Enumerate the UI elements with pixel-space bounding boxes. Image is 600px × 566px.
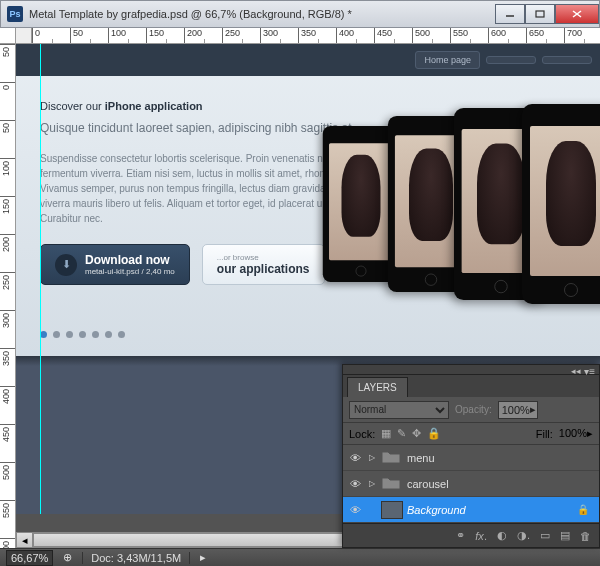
visibility-icon[interactable]: 👁 [347,504,363,516]
layer-options-row: Normal Opacity: 100%▸ [343,397,599,423]
zoom-level[interactable]: 66,67% [6,550,53,566]
layer-row[interactable]: 👁 ▷ carousel [343,471,599,497]
opacity-label: Opacity: [455,404,492,415]
layer-list[interactable]: 👁 ▷ menu 👁 ▷ carousel 👁 Background 🔒 [343,445,599,523]
layer-style-icon[interactable]: fx. [475,530,487,542]
layer-name[interactable]: Background [407,504,573,516]
nav-button [542,56,592,64]
lock-transparent-icon[interactable]: ▦ [381,427,391,440]
dot [79,331,86,338]
design-navbar: Home page [16,44,600,76]
fill-input[interactable]: 100%▸ [559,427,593,440]
lock-brush-icon[interactable]: ✎ [397,427,406,440]
download-label: Download now [85,253,175,267]
download-icon: ⬇ [55,254,77,276]
browse-label: our applications [217,262,310,276]
collapse-icon[interactable]: ◂◂ [571,366,581,376]
layer-name[interactable]: menu [407,452,595,464]
phone-mockup [522,104,600,304]
layer-mask-icon[interactable]: ◐ [497,529,507,542]
maximize-button[interactable] [525,4,555,24]
layers-panel[interactable]: ◂◂▾≡ LAYERS Normal Opacity: 100%▸ Lock: … [342,364,600,548]
delete-layer-icon[interactable]: 🗑 [580,530,591,542]
visibility-icon[interactable]: 👁 [347,452,363,464]
nav-button [486,56,536,64]
dot [105,331,112,338]
dot [66,331,73,338]
opacity-input[interactable]: 100%▸ [498,401,538,419]
vertical-ruler[interactable]: 50050100150200250300350400450500550600 [0,44,16,548]
panel-tabs: LAYERS [343,375,599,397]
lock-all-icon[interactable]: 🔒 [427,427,441,440]
dot [53,331,60,338]
panel-menu-icon[interactable]: ▾≡ [584,366,595,377]
new-layer-icon[interactable]: ▤ [560,529,570,542]
panel-grip[interactable]: ◂◂▾≡ [343,365,599,375]
svg-rect-1 [536,11,544,17]
adjustment-layer-icon[interactable]: ◑. [517,529,530,542]
browse-meta: ...or browse [217,253,310,262]
carousel-dots [40,331,125,338]
lock-icon: 🔒 [577,504,589,515]
hero-section: Home page Discover our iPhone applicatio… [16,44,600,356]
lock-label: Lock: [349,428,375,440]
folder-icon [381,475,403,493]
horizontal-ruler[interactable]: 0501001502002503003504004505005506006507… [32,28,600,44]
doc-size[interactable]: Doc: 3,43M/11,5M [82,552,190,564]
blend-mode-select[interactable]: Normal [349,401,449,419]
dot [118,331,125,338]
dot [92,331,99,338]
scroll-thumb[interactable] [33,533,353,547]
fill-label: Fill: [536,428,553,440]
lock-row: Lock: ▦ ✎ ✥ 🔒 Fill: 100%▸ [343,423,599,445]
visibility-icon[interactable]: 👁 [347,478,363,490]
photoshop-icon: Ps [7,6,23,22]
expand-icon[interactable]: ▷ [367,453,377,462]
download-button: ⬇ Download now metal-ui-kit.psd / 2,40 m… [40,244,190,285]
minimize-button[interactable] [495,4,525,24]
phone-mockups [340,104,600,304]
layers-panel-footer: ⚭ fx. ◐ ◑. ▭ ▤ 🗑 [343,523,599,547]
lock-move-icon[interactable]: ✥ [412,427,421,440]
status-dropdown-icon[interactable]: ▸ [200,551,206,564]
layers-tab[interactable]: LAYERS [347,377,408,397]
scroll-left-icon[interactable]: ◂ [17,533,33,547]
expand-icon[interactable]: ▷ [367,479,377,488]
layer-row[interactable]: 👁 ▷ menu [343,445,599,471]
new-group-icon[interactable]: ▭ [540,529,550,542]
status-icon: ⊕ [63,551,72,564]
status-bar: 66,67% ⊕ Doc: 3,43M/11,5M ▸ [0,548,600,566]
close-button[interactable] [555,4,599,24]
download-meta: metal-ui-kit.psd / 2,40 mo [85,267,175,276]
link-layers-icon[interactable]: ⚭ [456,529,465,542]
browse-button: ...or browse our applications [202,244,325,285]
folder-icon [381,449,403,467]
dot-active [40,331,47,338]
vertical-guide[interactable] [40,44,41,514]
ruler-corner [16,28,32,44]
window-title: Metal Template by grafpedia.psd @ 66,7% … [29,8,495,20]
ruler-origin[interactable] [0,28,16,44]
layer-name[interactable]: carousel [407,478,595,490]
layer-thumbnail[interactable] [381,501,403,519]
nav-home-button: Home page [415,51,480,69]
layer-row-selected[interactable]: 👁 Background 🔒 [343,497,599,523]
title-bar: Ps Metal Template by grafpedia.psd @ 66,… [0,0,600,28]
